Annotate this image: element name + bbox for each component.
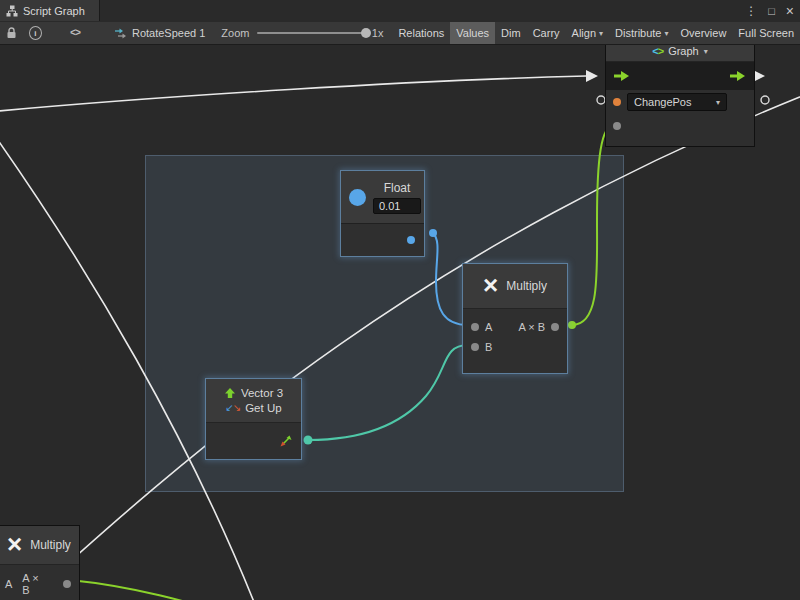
vector3-output-port-icon[interactable] <box>279 434 293 448</box>
align-button[interactable]: Align▾ <box>566 22 609 44</box>
bottom-multiply-node[interactable]: × Multiply A A × B <box>0 525 80 600</box>
bottom-multiply-ports: A A × B <box>0 565 79 600</box>
dim-button[interactable]: Dim <box>495 22 527 44</box>
graph-asset-icon <box>114 28 127 39</box>
toolbar-buttons: Relations Values Dim Carry Align▾ Distri… <box>392 22 800 44</box>
maximize-icon[interactable]: □ <box>768 6 775 17</box>
changepos-dropdown-value: ChangePos <box>634 96 692 108</box>
zoom-slider[interactable] <box>257 27 364 39</box>
float-output-port[interactable] <box>407 236 415 244</box>
zoom-value: 1x <box>372 27 384 39</box>
chevron-down-icon: ▾ <box>704 47 708 56</box>
script-graph-icon <box>6 5 18 17</box>
multiply-icon: × <box>483 272 498 298</box>
kebab-menu-icon[interactable]: ⋮ <box>745 5 757 17</box>
graph-node-input-port[interactable] <box>613 122 621 130</box>
get-up-icon: ↙↘ <box>225 403 240 413</box>
graph-node-changepos-row: ChangePos ▾ <box>606 90 754 114</box>
chevron-down-icon: ▾ <box>716 98 720 107</box>
vector3-node-title: Vector 3 <box>241 387 283 399</box>
vector3-node-header: Vector 3 ↙↘ Get Up <box>206 379 301 423</box>
wire-endpoint-circle-right[interactable] <box>761 96 769 104</box>
multiply-row-b: B <box>463 337 567 357</box>
window-tab-script-graph[interactable]: Script Graph <box>0 0 100 21</box>
multiply-output-label: A × B <box>518 321 545 333</box>
multiply-input-port-b[interactable] <box>471 343 479 351</box>
visual-scripting-icon: <> <box>652 45 663 57</box>
bottom-multiply-output-port[interactable] <box>63 580 71 588</box>
graph-asset-name: RotateSpeed 1 <box>132 27 205 39</box>
wire-bottom-multiply-out[interactable] <box>70 580 242 600</box>
zoom-label: Zoom <box>221 27 249 39</box>
multiply-node-ports: A A × B B <box>463 309 567 373</box>
chevron-down-icon: ▾ <box>599 29 603 38</box>
relations-button[interactable]: Relations <box>392 22 450 44</box>
lock-icon[interactable] <box>6 27 17 39</box>
bottom-multiply-output-label: A × B <box>22 572 43 596</box>
graph-node-flow-row <box>606 62 754 90</box>
vector3-get-up-node[interactable]: Vector 3 ↙↘ Get Up <box>205 378 302 460</box>
float-node-port-row <box>341 223 424 256</box>
vector3-node-subtitle: Get Up <box>245 402 281 414</box>
float-type-icon <box>349 189 366 206</box>
bottom-multiply-title: Multiply <box>30 538 71 552</box>
full-screen-button[interactable]: Full Screen <box>732 22 800 44</box>
bottom-multiply-input-a-label: A <box>5 578 12 590</box>
zoom-slider-handle[interactable] <box>361 28 371 38</box>
close-icon[interactable]: × <box>786 4 794 18</box>
multiply-node-title: Multiply <box>506 279 547 293</box>
graph-unit-node[interactable]: <> Graph ▾ ChangePos ▾ <box>605 40 755 147</box>
multiply-output-port[interactable] <box>551 323 559 331</box>
overview-button[interactable]: Overview <box>675 22 733 44</box>
multiply-row-a: A A × B <box>463 317 567 337</box>
carry-button[interactable]: Carry <box>527 22 566 44</box>
multiply-input-b-label: B <box>485 341 492 353</box>
graph-node-port-row <box>606 114 754 138</box>
multiply-input-a-label: A <box>485 321 492 333</box>
wire-endpoint-circle-left[interactable] <box>597 96 605 104</box>
flow-wire-left-to-graph-node[interactable] <box>0 76 586 112</box>
zoom-slider-track[interactable] <box>257 32 364 34</box>
graph-asset-breadcrumb[interactable]: RotateSpeed 1 <box>114 27 205 39</box>
float-node-header: Float 0.01 <box>341 171 424 223</box>
graph-node-title: Graph <box>668 45 699 57</box>
titlebar: Script Graph ⋮ □ × <box>0 0 800 23</box>
float-value-input[interactable]: 0.01 <box>373 198 421 214</box>
multiply-node[interactable]: × Multiply A A × B B <box>462 263 568 374</box>
distribute-button[interactable]: Distribute▾ <box>609 22 674 44</box>
values-button[interactable]: Values <box>450 22 495 44</box>
multiply-input-port-a[interactable] <box>471 323 479 331</box>
window-controls: ⋮ □ × <box>745 0 794 22</box>
multiply-node-header: × Multiply <box>463 264 567 309</box>
bottom-multiply-row-a: A A × B <box>0 571 79 597</box>
float-node[interactable]: Float 0.01 <box>340 170 425 257</box>
changepos-dropdown[interactable]: ChangePos ▾ <box>627 93 727 111</box>
float-node-title: Float <box>384 181 411 195</box>
changepos-input-port[interactable] <box>613 98 621 106</box>
vector3-up-arrow-icon <box>224 387 236 399</box>
vector3-port-row <box>206 423 301 459</box>
flow-arrowhead-into-graph-node <box>586 70 598 82</box>
chevron-down-icon: ▾ <box>665 29 669 38</box>
info-icon[interactable]: i <box>29 26 42 40</box>
flow-input-arrow-icon[interactable] <box>613 70 631 82</box>
graph-toolbar: i <> RotateSpeed 1 Zoom 1x Relations Val… <box>0 22 800 45</box>
multiply-icon: × <box>7 531 22 557</box>
bottom-multiply-header: × Multiply <box>0 526 79 565</box>
window-title: Script Graph <box>23 5 85 17</box>
code-icon[interactable]: <> <box>70 28 80 39</box>
flow-output-arrow-icon[interactable] <box>729 70 747 82</box>
